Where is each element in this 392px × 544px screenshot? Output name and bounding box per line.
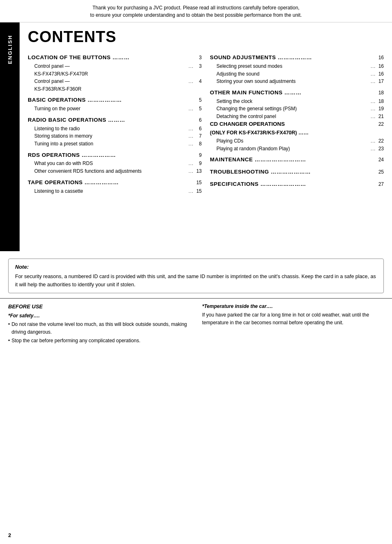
section-rds-title: RDS OPERATIONS ……………… [28,151,194,160]
before-use-left: BEFORE USE *For safety…. • Do not raise … [8,303,190,346]
toc-section-troubleshooting: TROUBLESHOOTING ………………… 25 [210,165,384,177]
section-other-title: OTHER MAIN FUNCTIONS ……… [210,89,376,97]
toc-item-power-page: 5 [194,105,202,113]
section-tape-page: 15 [194,179,202,187]
section-specifications-title: SPECIFICATIONS …………………… [210,180,376,189]
toc-item-clock-page: 18 [376,98,384,105]
sidebar: ENGLISH [0,22,20,251]
section-troubleshooting-page: 25 [376,168,384,176]
toc-item-rds-what-page: 9 [194,160,202,167]
toc-item-cp2-text: Control panel —KS-F363R/KS-F360R [34,78,189,93]
section-sound-header: SOUND ADJUSTMENTS ……………… 16 [210,50,384,62]
toc-section-specifications: SPECIFICATIONS …………………… 27 [210,177,384,189]
toc-item-rds-what: What you can do with RDS ... 9 [34,160,202,167]
before-use-bullet-2: • Stop the car before performing any com… [8,337,190,345]
toc-item-tuning: Tuning into a preset station ... 8 [34,140,202,148]
toc-item-rds-other: Other convenient RDS functions and adjus… [34,167,202,175]
toc-item-cp1-page: 3 [194,62,202,70]
toc-item-power-dots: ... [189,105,194,112]
toc-right-column: SOUND ADJUSTMENTS ……………… 16 Selecting pr… [210,50,384,195]
toc-item-storing: Storing stations in memory ... 7 [34,132,202,140]
toc-item-cp1-text: Control panel —KS-FX473R/KS-FX470R [34,62,189,78]
section-rds-page: 9 [194,152,202,159]
section-specifications-page: 27 [376,181,384,188]
bullet-dot-2: • [8,337,10,345]
toc-section-radio: RADIO BASIC OPERATIONS ……… 6 Listening t… [28,113,202,148]
toc-item-random-dots: ... [371,145,376,152]
before-use-section: BEFORE USE *For safety…. • Do not raise … [0,298,392,350]
section-troubleshooting-header: TROUBLESHOOTING ………………… 25 [210,165,384,177]
before-use-title: BEFORE USE [8,303,190,311]
section-location-header: LOCATION OF THE BUTTONS ……… 3 [28,50,202,62]
toc-item-playing-cds-text: Playing CDs [216,137,371,145]
toc-item-cp2: Control panel —KS-F363R/KS-F360R ... 4 [34,78,202,93]
before-use-bullet-2-text: Stop the car before performing any compl… [11,337,140,345]
section-specifications-header: SPECIFICATIONS …………………… 27 [210,177,384,189]
before-use-bullet-1: • Do not raise the volume level too much… [8,321,190,336]
toc-item-cp2-page: 4 [194,78,202,85]
section-rds-header: RDS OPERATIONS ……………… 9 [28,148,202,160]
toc-item-storing-page: 7 [194,132,202,140]
section-radio-children: Listening to the radio ... 6 Storing sta… [28,125,202,148]
toc-item-psm-dots: ... [371,105,376,112]
toc-item-storing-text: Storing stations in memory [34,132,189,140]
contents-title: CONTENTS [28,29,384,45]
section-cd-title: CD CHANGER OPERATIONS(only for KS-FX473R… [210,120,376,137]
section-other-children: Setting the clock ... 18 Changing the ge… [210,98,384,120]
main-area: ENGLISH CONTENTS LOCATION OF THE BUTTONS… [0,22,392,251]
toc-item-cp1-dots: ... [189,63,194,70]
toc-item-rds-other-page: 13 [194,167,202,175]
toc-item-playing-cds-page: 22 [376,137,384,145]
content-area: CONTENTS LOCATION OF THE BUTTONS ……… 3 C… [20,22,392,251]
toc-item-cassette: Listening to a cassette ... 15 [34,187,202,195]
section-tape-title: TAPE OPERATIONS ……………… [28,178,194,187]
toc-item-clock-text: Setting the clock [216,98,371,105]
page-number: 2 [8,532,11,538]
toc-item-tuning-text: Tuning into a preset station [34,140,189,148]
toc-item-detach: Detaching the control panel ... 21 [216,113,384,120]
section-troubleshooting-title: TROUBLESHOOTING ………………… [210,168,376,176]
toc-item-storing-sound-text: Storing your own sound adjustments [216,78,371,85]
toc-item-adjusting-sound: Adjusting the sound ... 16 [216,70,384,78]
section-other-page: 18 [376,89,384,97]
bullet-dot-1: • [8,321,10,336]
toc-item-storing-sound-page: 17 [376,78,384,85]
toc-item-storing-sound: Storing your own sound adjustments ... 1… [216,78,384,85]
section-location-title: LOCATION OF THE BUTTONS ……… [28,54,194,62]
section-radio-page: 6 [194,116,202,124]
toc-item-listening-text: Listening to the radio [34,125,189,133]
toc-item-storing-dots: ... [189,133,194,140]
header-line1: Thank you for purchasing a JVC product. … [93,5,300,11]
toc-item-adjusting-sound-page: 16 [376,70,384,78]
toc-item-random-page: 23 [376,145,384,153]
toc-item-rds-other-dots: ... [189,168,194,175]
section-cd-page: 22 [376,120,384,128]
before-use-bullet-1-text: Do not raise the volume level too much, … [11,321,190,336]
toc-item-playing-cds-dots: ... [371,138,376,145]
section-radio-title: RADIO BASIC OPERATIONS ……… [28,116,194,125]
section-cd-children: Playing CDs ... 22 Playing at random (Ra… [210,137,384,152]
toc-section-maintenance: MAINTENANCE ……………………… 24 [210,152,384,165]
toc-item-playing-cds: Playing CDs ... 22 [216,137,384,145]
section-maintenance-page: 24 [376,156,384,164]
toc-item-storing-sound-dots: ... [371,78,376,85]
toc-item-rds-other-text: Other convenient RDS functions and adjus… [34,167,189,175]
toc-item-listening-page: 6 [194,125,202,133]
toc-item-random-text: Playing at random (Random Play) [216,145,371,153]
toc-item-preset-sound-dots: ... [371,63,376,70]
toc-item-listening-dots: ... [189,125,194,132]
toc-item-psm-page: 19 [376,105,384,113]
section-maintenance-header: MAINTENANCE ……………………… 24 [210,152,384,165]
toc-section-cd: CD CHANGER OPERATIONS(only for KS-FX473R… [210,120,384,152]
section-location-page: 3 [194,54,202,62]
toc-section-location: LOCATION OF THE BUTTONS ……… 3 Control pa… [28,50,202,93]
toc-columns: LOCATION OF THE BUTTONS ……… 3 Control pa… [28,50,384,195]
section-sound-children: Selecting preset sound modes ... 16 Adju… [210,62,384,85]
toc-item-preset-sound-page: 16 [376,62,384,70]
before-use-left-subtitle: *For safety…. [8,312,190,320]
header-line2: to ensure your complete understanding an… [90,12,302,18]
section-sound-page: 16 [376,54,384,62]
section-cd-header: CD CHANGER OPERATIONS(only for KS-FX473R… [210,120,384,137]
toc-item-cassette-page: 15 [194,187,202,195]
note-text: For security reasons, a numbered ID card… [15,272,377,289]
